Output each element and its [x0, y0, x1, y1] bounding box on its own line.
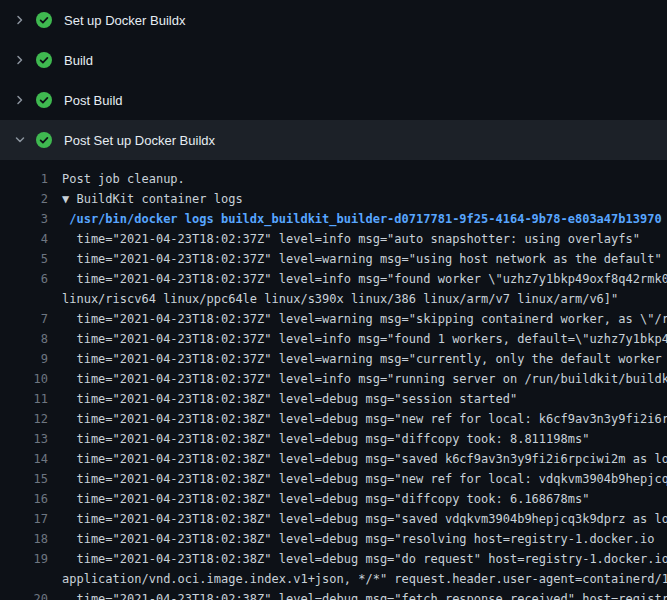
chevron-right-icon [12, 12, 28, 28]
step-header-build[interactable]: Build [0, 40, 667, 80]
log-text: Post job cleanup. [62, 169, 185, 189]
log-text: time="2021-04-23T18:02:37Z" level=warnin… [62, 249, 662, 269]
job-steps-list: Set up Docker BuildxBuildPost BuildPost … [0, 0, 667, 160]
log-line: 19 time="2021-04-23T18:02:38Z" level=deb… [0, 549, 667, 569]
log-text: time="2021-04-23T18:02:37Z" level=warnin… [62, 349, 667, 369]
log-text: time="2021-04-23T18:02:37Z" level=info m… [62, 229, 640, 249]
log-line: 14 time="2021-04-23T18:02:38Z" level=deb… [0, 449, 667, 469]
step-label: Set up Docker Buildx [64, 13, 185, 28]
line-number[interactable]: 19 [0, 549, 48, 569]
line-number[interactable]: 9 [0, 349, 48, 369]
line-number[interactable]: 1 [0, 169, 48, 189]
line-number[interactable]: 5 [0, 249, 48, 269]
log-line: 13 time="2021-04-23T18:02:38Z" level=deb… [0, 429, 667, 449]
chevron-down-icon [12, 132, 28, 148]
log-text: time="2021-04-23T18:02:37Z" level=warnin… [62, 309, 667, 329]
line-number[interactable]: 15 [0, 469, 48, 489]
log-line: 17 time="2021-04-23T18:02:38Z" level=deb… [0, 509, 667, 529]
line-number[interactable]: 8 [0, 329, 48, 349]
log-text: time="2021-04-23T18:02:38Z" level=debug … [62, 509, 667, 529]
log-text: time="2021-04-23T18:02:38Z" level=debug … [62, 469, 667, 489]
check-circle-icon [36, 12, 52, 28]
log-line: 1Post job cleanup. [0, 169, 667, 189]
check-circle-icon [36, 52, 52, 68]
log-command-text: /usr/bin/docker logs buildx_buildkit_bui… [62, 209, 662, 229]
log-line: 5 time="2021-04-23T18:02:37Z" level=warn… [0, 249, 667, 269]
line-number[interactable]: 3 [0, 209, 48, 229]
log-line: 11 time="2021-04-23T18:02:38Z" level=deb… [0, 389, 667, 409]
check-circle-icon [36, 132, 52, 148]
log-line: 15 time="2021-04-23T18:02:38Z" level=deb… [0, 469, 667, 489]
line-number[interactable]: 7 [0, 309, 48, 329]
log-line: 2▼ BuildKit container logs [0, 189, 667, 209]
step-header-post-build[interactable]: Post Build [0, 80, 667, 120]
log-line: 10 time="2021-04-23T18:02:37Z" level=inf… [0, 369, 667, 389]
log-text: time="2021-04-23T18:02:38Z" level=debug … [62, 589, 667, 600]
log-line: 7 time="2021-04-23T18:02:37Z" level=warn… [0, 309, 667, 329]
chevron-right-icon [12, 92, 28, 108]
step-header-set-up-docker-buildx[interactable]: Set up Docker Buildx [0, 0, 667, 40]
line-number[interactable]: 6 [0, 269, 48, 289]
check-circle-icon [36, 92, 52, 108]
line-number[interactable]: 4 [0, 229, 48, 249]
log-text: time="2021-04-23T18:02:38Z" level=debug … [62, 429, 589, 449]
log-line: 16 time="2021-04-23T18:02:38Z" level=deb… [0, 489, 667, 509]
chevron-right-icon [12, 52, 28, 68]
log-text: time="2021-04-23T18:02:38Z" level=debug … [62, 549, 667, 569]
line-number[interactable]: 2 [0, 189, 48, 209]
line-number[interactable]: 16 [0, 489, 48, 509]
log-text: time="2021-04-23T18:02:37Z" level=info m… [62, 369, 667, 389]
step-label: Post Set up Docker Buildx [64, 133, 215, 148]
log-line: 6 time="2021-04-23T18:02:37Z" level=info… [0, 269, 667, 289]
line-number[interactable]: 12 [0, 409, 48, 429]
line-number[interactable]: 13 [0, 429, 48, 449]
log-line: 20 time="2021-04-23T18:02:38Z" level=deb… [0, 589, 667, 600]
log-text: time="2021-04-23T18:02:38Z" level=debug … [62, 529, 654, 549]
log-text: time="2021-04-23T18:02:37Z" level=info m… [62, 269, 667, 289]
log-line: 8 time="2021-04-23T18:02:37Z" level=info… [0, 329, 667, 349]
log-text: time="2021-04-23T18:02:38Z" level=debug … [62, 449, 667, 469]
step-label: Post Build [64, 93, 123, 108]
log-viewer: 1Post job cleanup.2▼ BuildKit container … [0, 160, 667, 600]
log-text: time="2021-04-23T18:02:38Z" level=debug … [62, 409, 667, 429]
line-number[interactable]: 17 [0, 509, 48, 529]
log-line: 18 time="2021-04-23T18:02:38Z" level=deb… [0, 529, 667, 549]
step-header-post-set-up-docker-buildx[interactable]: Post Set up Docker Buildx [0, 120, 667, 160]
log-line: application/vnd.oci.image.index.v1+json,… [0, 569, 667, 589]
log-text: application/vnd.oci.image.index.v1+json,… [62, 569, 667, 589]
line-number[interactable]: 20 [0, 589, 48, 600]
log-line: 3 /usr/bin/docker logs buildx_buildkit_b… [0, 209, 667, 229]
line-number[interactable]: 10 [0, 369, 48, 389]
log-text: time="2021-04-23T18:02:38Z" level=debug … [62, 489, 589, 509]
log-line: linux/riscv64 linux/ppc64le linux/s390x … [0, 289, 667, 309]
line-number[interactable]: 14 [0, 449, 48, 469]
log-text: linux/riscv64 linux/ppc64le linux/s390x … [62, 289, 618, 309]
line-number[interactable]: 18 [0, 529, 48, 549]
step-label: Build [64, 53, 93, 68]
log-line: 12 time="2021-04-23T18:02:38Z" level=deb… [0, 409, 667, 429]
line-number [0, 569, 48, 589]
line-number [0, 289, 48, 309]
log-group-toggle[interactable]: ▼ BuildKit container logs [62, 189, 243, 209]
log-line: 4 time="2021-04-23T18:02:37Z" level=info… [0, 229, 667, 249]
log-text: time="2021-04-23T18:02:38Z" level=debug … [62, 389, 517, 409]
log-text: time="2021-04-23T18:02:37Z" level=info m… [62, 329, 667, 349]
log-line: 9 time="2021-04-23T18:02:37Z" level=warn… [0, 349, 667, 369]
line-number[interactable]: 11 [0, 389, 48, 409]
